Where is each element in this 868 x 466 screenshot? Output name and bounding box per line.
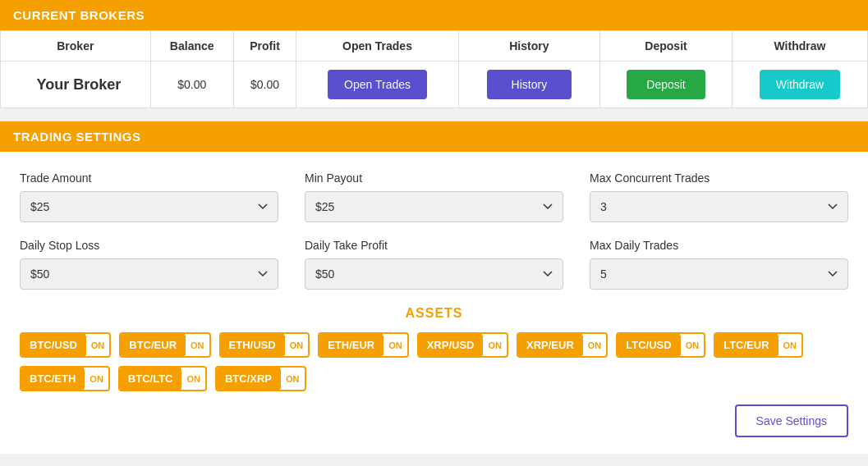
current-brokers-header: CURRENT BROKERS [0,0,868,30]
asset-toggle-LTC-USD[interactable]: LTC/USDON [616,332,705,358]
asset-on-indicator: ON [284,336,309,355]
max-daily-trades-group: Max Daily Trades 5 [590,239,848,290]
asset-on-indicator: ON [280,369,305,389]
asset-on-indicator: ON [84,369,108,389]
assets-section: ASSETS BTC/USDONBTC/EURONETH/USDONETH/EU… [20,306,848,391]
asset-label: BTC/USD [21,334,85,356]
brokers-table: Broker Balance Profit Open Trades Histor… [0,30,868,108]
asset-label: ETH/EUR [319,334,383,356]
trading-settings-section: TRADING SETTINGS Trade Amount $25 Min Pa… [0,121,868,454]
asset-on-indicator: ON [383,336,407,355]
daily-take-profit-group: Daily Take Profit $50 [305,239,563,290]
asset-toggle-BTC-LTC[interactable]: BTC/LTCON [118,366,207,391]
max-concurrent-select[interactable]: 3 [590,191,848,222]
broker-profit: $0.00 [233,62,296,108]
asset-label: BTC/ETH [21,368,84,390]
trade-amount-select[interactable]: $25 [20,191,278,222]
trading-settings-body: Trade Amount $25 Min Payout $25 Max Conc… [0,152,868,454]
asset-label: XRP/EUR [518,334,582,356]
asset-toggle-LTC-EUR[interactable]: LTC/EURON [714,332,803,358]
asset-toggle-BTC-USD[interactable]: BTC/USDON [20,332,111,358]
asset-toggle-BTC-EUR[interactable]: BTC/EURON [119,332,210,358]
history-cell: History [458,62,599,108]
asset-on-indicator: ON [680,336,705,355]
asset-toggle-BTC-ETH[interactable]: BTC/ETHON [20,366,110,391]
trade-amount-group: Trade Amount $25 [20,171,278,222]
col-broker: Broker [1,31,151,62]
asset-on-indicator: ON [85,336,110,355]
col-open-trades: Open Trades [296,31,458,62]
asset-label: BTC/EUR [121,334,185,356]
asset-label: BTC/LTC [120,368,181,390]
withdraw-cell: Withdraw [732,62,867,108]
save-settings-button[interactable]: Save Settings [735,404,848,437]
asset-toggle-XRP-EUR[interactable]: XRP/EURON [517,332,608,358]
daily-stop-loss-select[interactable]: $50 [20,258,278,290]
asset-toggle-BTC-XRP[interactable]: BTC/XRPON [215,366,306,391]
max-concurrent-label: Max Concurrent Trades [590,171,848,185]
broker-name: Your Broker [1,62,151,108]
open-trades-cell: Open Trades [296,62,458,108]
asset-label: BTC/XRP [217,368,280,390]
min-payout-group: Min Payout $25 [305,171,563,222]
asset-on-indicator: ON [181,369,205,389]
min-payout-label: Min Payout [305,171,563,185]
assets-grid: BTC/USDONBTC/EURONETH/USDONETH/EURONXRP/… [20,332,848,391]
broker-balance: $0.00 [150,62,233,108]
current-brokers-section: CURRENT BROKERS Broker Balance Profit Op… [0,0,868,108]
asset-toggle-ETH-USD[interactable]: ETH/USDON [219,332,310,358]
open-trades-button[interactable]: Open Trades [328,70,427,99]
deposit-cell: Deposit [600,62,733,108]
col-balance: Balance [150,31,233,62]
settings-row-1: Trade Amount $25 Min Payout $25 Max Conc… [20,171,848,222]
asset-label: ETH/USD [221,334,284,356]
asset-on-indicator: ON [482,336,507,355]
asset-toggle-ETH-EUR[interactable]: ETH/EURON [318,332,409,358]
trading-settings-header: TRADING SETTINGS [0,121,868,152]
asset-label: LTC/USD [618,334,679,356]
trade-amount-label: Trade Amount [20,171,278,185]
col-profit: Profit [233,31,296,62]
deposit-button[interactable]: Deposit [627,70,705,99]
daily-take-profit-select[interactable]: $50 [305,258,563,290]
max-daily-trades-label: Max Daily Trades [590,239,848,252]
withdraw-button[interactable]: Withdraw [760,70,840,99]
assets-title: ASSETS [20,306,848,321]
col-history: History [458,31,599,62]
history-button[interactable]: History [487,70,572,99]
settings-row-2: Daily Stop Loss $50 Daily Take Profit $5… [20,239,848,290]
daily-stop-loss-group: Daily Stop Loss $50 [20,239,278,290]
daily-stop-loss-label: Daily Stop Loss [20,239,278,252]
max-concurrent-group: Max Concurrent Trades 3 [590,171,848,222]
min-payout-select[interactable]: $25 [305,191,563,222]
asset-on-indicator: ON [778,336,802,355]
asset-label: LTC/EUR [715,334,777,356]
col-deposit: Deposit [600,31,733,62]
asset-on-indicator: ON [185,336,209,355]
save-row: Save Settings [20,404,848,437]
asset-on-indicator: ON [582,336,607,355]
daily-take-profit-label: Daily Take Profit [305,239,563,252]
max-daily-trades-select[interactable]: 5 [590,258,848,290]
broker-row: Your Broker $0.00 $0.00 Open Trades Hist… [1,62,868,108]
col-withdraw: Withdraw [732,31,867,62]
asset-toggle-XRP-USD[interactable]: XRP/USDON [417,332,508,358]
asset-label: XRP/USD [419,334,483,356]
